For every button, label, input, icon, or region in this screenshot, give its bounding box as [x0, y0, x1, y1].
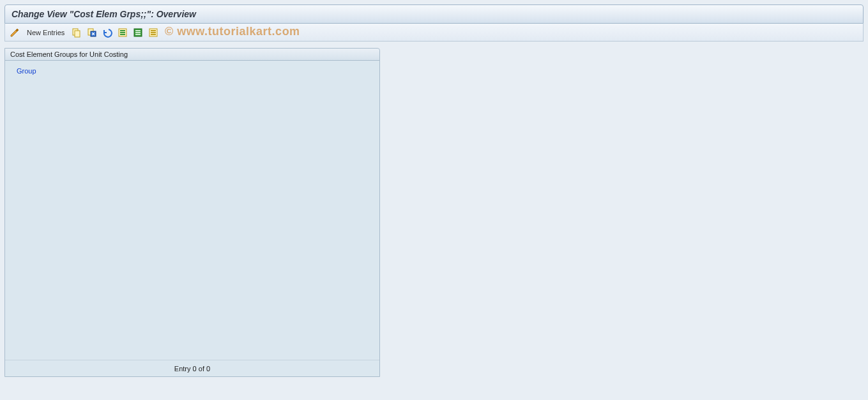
undo-change-icon[interactable] — [102, 27, 113, 38]
app-toolbar: New Entries — [4, 24, 864, 42]
deselect-all-icon[interactable] — [148, 27, 159, 38]
svg-rect-7 — [120, 34, 125, 35]
title-bar: Change View "Cost Elem Grps;;": Overview — [4, 4, 864, 24]
svg-rect-15 — [151, 34, 156, 35]
copy-as-icon[interactable] — [71, 27, 82, 38]
app-window: Change View "Cost Elem Grps;;": Overview… — [0, 0, 868, 381]
svg-rect-14 — [151, 32, 156, 33]
cost-element-groups-panel: Cost Element Groups for Unit Costing Gro… — [4, 48, 380, 377]
svg-rect-9 — [135, 30, 141, 31]
page-title: Change View "Cost Elem Grps;;": Overview — [11, 9, 196, 19]
svg-rect-6 — [120, 32, 125, 33]
group-column-header[interactable]: Group — [13, 65, 372, 77]
panel-title: Cost Element Groups for Unit Costing — [5, 49, 379, 61]
panel-body: Group — [5, 61, 379, 360]
delete-icon[interactable] — [86, 27, 98, 38]
select-block-icon[interactable] — [132, 27, 144, 38]
watermark-text: © www.tutorialkart.com — [165, 25, 300, 38]
entry-count-text: Entry 0 of 0 — [174, 365, 210, 373]
toggle-display-change-icon[interactable] — [9, 27, 20, 38]
select-all-icon[interactable] — [117, 27, 128, 38]
new-entries-button[interactable]: New Entries — [24, 27, 67, 38]
svg-rect-10 — [135, 32, 141, 33]
svg-rect-1 — [75, 31, 80, 37]
svg-rect-11 — [135, 34, 141, 35]
panel-footer: Entry 0 of 0 — [5, 360, 379, 376]
content-area: Cost Element Groups for Unit Costing Gro… — [4, 42, 864, 377]
svg-rect-5 — [120, 30, 125, 31]
svg-rect-13 — [151, 30, 156, 31]
